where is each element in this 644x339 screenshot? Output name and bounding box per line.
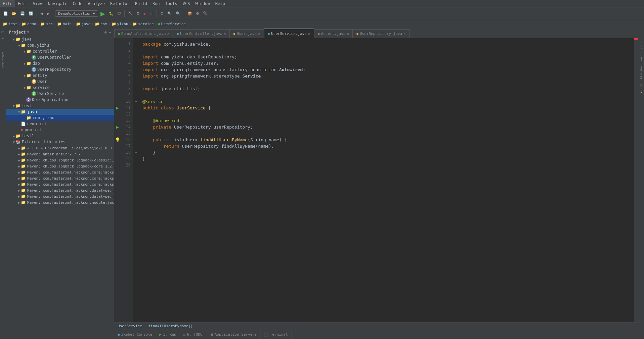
- run-config-selector[interactable]: DemoApplication ▼: [55, 10, 98, 17]
- right-fav-icon[interactable]: ★: [640, 90, 642, 94]
- menu-view[interactable]: View: [30, 0, 45, 7]
- sidebar-gear-icon[interactable]: ⚙: [104, 30, 107, 35]
- tree-item-demoliml[interactable]: ▶ 📄 demo.iml: [6, 121, 114, 127]
- fg-10[interactable]: −: [133, 98, 138, 105]
- tab-close-uc[interactable]: ×: [224, 32, 226, 36]
- settings2-btn[interactable]: ⚙: [195, 9, 201, 18]
- run-coverage-btn[interactable]: 🛡: [116, 9, 122, 18]
- editor-content[interactable]: ▶ ▶ 💡 1 2 3 4: [114, 38, 638, 322]
- tree-item-m6[interactable]: ▶ 📁 Maven: com.fasterxml.jackson.core:ja…: [6, 181, 114, 187]
- project-panel-icon[interactable]: 1: [1, 30, 5, 34]
- save-btn[interactable]: 💾: [19, 9, 26, 18]
- tree-item-dao[interactable]: ▼ 📁 dao: [6, 60, 114, 66]
- code-editor[interactable]: package com.yizhu.service; import com.yi…: [138, 38, 634, 322]
- bc-src[interactable]: src: [46, 22, 53, 26]
- tab-user[interactable]: ● User.java ×: [230, 29, 264, 38]
- settings-btn[interactable]: ⚙: [159, 9, 165, 18]
- right-spring-icon[interactable]: Spring: [640, 40, 643, 51]
- tab-userrepository[interactable]: ● UserRepository.java ×: [353, 29, 410, 38]
- search-everywhere-btn[interactable]: 🔍: [174, 9, 182, 18]
- new-file-btn[interactable]: 📄: [2, 9, 9, 18]
- right-cloud-icon[interactable]: Alibaba Cloud: [640, 55, 643, 79]
- tree-item-comyizhu[interactable]: ▼ 📁 com.yizhu: [6, 42, 114, 48]
- project-structure-btn[interactable]: 📦: [186, 9, 194, 18]
- tree-item-m8[interactable]: ▶ 📁 Maven: com.fasterxml.jackson.datatyp…: [6, 193, 114, 199]
- refresh-btn[interactable]: 🔄: [27, 9, 35, 18]
- bc-java[interactable]: java: [82, 22, 91, 26]
- bottom-tab-jrebel[interactable]: ● JRebel Console: [114, 330, 156, 339]
- right-plugin-icon[interactable]: ⬡: [640, 84, 643, 87]
- find-btn[interactable]: 🔍: [166, 9, 173, 18]
- tree-item-java2[interactable]: ▼ 📁 java: [6, 109, 114, 115]
- tree-item-entity[interactable]: ▼ 📁 entity: [6, 72, 114, 79]
- tree-item-service[interactable]: ▼ 📁 service: [6, 85, 114, 91]
- tree-item-controller[interactable]: ▼ 📁 controller: [6, 48, 114, 54]
- plugin-btn[interactable]: 🔌: [202, 9, 209, 18]
- tab-close-user[interactable]: ×: [258, 32, 260, 36]
- tree-item-m9[interactable]: ▶ 📁 Maven: com.fasterxml.jackson.module:…: [6, 199, 114, 205]
- tree-item-test[interactable]: ▼ 📁 test: [6, 103, 114, 109]
- menu-help[interactable]: Help: [213, 0, 228, 7]
- tree-item-extlib[interactable]: ▼ 📚 External Libraries: [6, 139, 114, 145]
- tab-close-da[interactable]: ×: [167, 32, 169, 36]
- tree-item-m7[interactable]: ▶ 📁 Maven: com.fasterxml.jackson.datatyp…: [6, 187, 114, 193]
- menu-run[interactable]: Run: [150, 0, 163, 7]
- fg-16[interactable]: −: [133, 137, 138, 143]
- tree-item-userrepository[interactable]: ▶ I UserRepository: [6, 66, 114, 72]
- bc-com[interactable]: com: [100, 22, 107, 26]
- menu-code[interactable]: Code: [70, 0, 85, 7]
- tab-usercontroller[interactable]: ● UserController.java ×: [173, 29, 230, 38]
- forward-btn[interactable]: ▶: [45, 9, 51, 18]
- menu-build[interactable]: Build: [132, 0, 150, 7]
- bc-main[interactable]: main: [63, 22, 72, 26]
- tree-item-m5[interactable]: ▶ 📁 Maven: com.fasterxml.jackson.core:ja…: [6, 175, 114, 181]
- menu-tools[interactable]: Tools: [163, 0, 180, 7]
- bc-yizhu[interactable]: yizhu: [117, 22, 128, 26]
- tree-item-user[interactable]: ▶ U User: [6, 79, 114, 85]
- tab-close-assert[interactable]: ×: [347, 32, 349, 36]
- tree-item-demoapplication[interactable]: ▶ D DemoApplication: [6, 97, 114, 103]
- bottom-tab-todo[interactable]: ☑ 6: TODO: [180, 330, 206, 339]
- menu-window[interactable]: Window: [192, 0, 212, 7]
- rebuild-btn[interactable]: ♻: [135, 9, 141, 18]
- bottom-tab-terminal[interactable]: ⬛ Terminal: [261, 330, 292, 339]
- menu-navigate[interactable]: Navigate: [45, 0, 70, 7]
- sidebar-dropdown-icon[interactable]: ▼: [27, 30, 29, 34]
- tree-item-m2[interactable]: ▶ 📁 Maven: ch.qos.logback:logback-classi…: [6, 157, 114, 163]
- run-button[interactable]: ▶: [99, 9, 106, 18]
- tab-assert[interactable]: ● Assert.java ×: [314, 29, 353, 38]
- tab-userservice[interactable]: ● UserService.java ×: [264, 29, 314, 38]
- menu-refactor[interactable]: Refactor: [108, 0, 132, 7]
- tab-demoapplication[interactable]: ● DemoApplication.java ×: [114, 29, 173, 38]
- tree-item-usercontroller[interactable]: ▶ C UserController: [6, 54, 114, 60]
- tree-item-m1[interactable]: ▶ 📁 Maven: antlr:antlr:2.7.7: [6, 151, 114, 157]
- tree-item-pomxml[interactable]: ▶ ⚙ pom.xml: [6, 127, 114, 133]
- tree-item-java[interactable]: ▼ 📁 java: [6, 36, 114, 42]
- structure-icon[interactable]: Structure: [1, 50, 5, 69]
- tree-item-m3[interactable]: ▶ 📁 Maven: ch.qos.logback:logback-core:1…: [6, 163, 114, 169]
- pause-btn[interactable]: ⏸: [148, 9, 155, 18]
- open-btn[interactable]: 📂: [10, 9, 18, 18]
- tab-close-us[interactable]: ×: [308, 32, 310, 36]
- debug-button[interactable]: 🐛: [108, 9, 115, 18]
- favorites-icon[interactable]: ★: [1, 36, 5, 42]
- bc-demo[interactable]: demo: [27, 22, 36, 26]
- bc-service[interactable]: service: [138, 22, 154, 26]
- bc-userservice[interactable]: UserService: [161, 22, 186, 26]
- menu-vcs[interactable]: VCS: [180, 0, 193, 7]
- fg-18[interactable]: −: [133, 149, 138, 156]
- tree-item-userservice[interactable]: ▶ S UserService: [6, 91, 114, 97]
- tree-item-comyizhu2[interactable]: ▶ 📁 com.yizhu: [6, 115, 114, 121]
- tree-item-test1[interactable]: ▶ 📁 test1: [6, 133, 114, 139]
- bottom-bc-userservice[interactable]: UserService: [118, 324, 142, 328]
- bottom-tab-run[interactable]: ▶ 1: Run: [156, 330, 180, 339]
- build-btn[interactable]: 🔨: [127, 9, 134, 18]
- menu-edit[interactable]: Edit: [15, 0, 30, 7]
- stop-btn[interactable]: ■: [142, 9, 147, 18]
- tree-item-m4[interactable]: ▶ 📁 Maven: com.fasterxml.jackson.core:ja…: [6, 169, 114, 175]
- tab-close-urep[interactable]: ×: [403, 32, 406, 36]
- bc-test[interactable]: test: [8, 22, 17, 26]
- bottom-bc-method[interactable]: findAllUsersByName(): [148, 324, 192, 328]
- sidebar-minus-icon[interactable]: −: [109, 30, 111, 35]
- menu-file[interactable]: File: [0, 0, 15, 7]
